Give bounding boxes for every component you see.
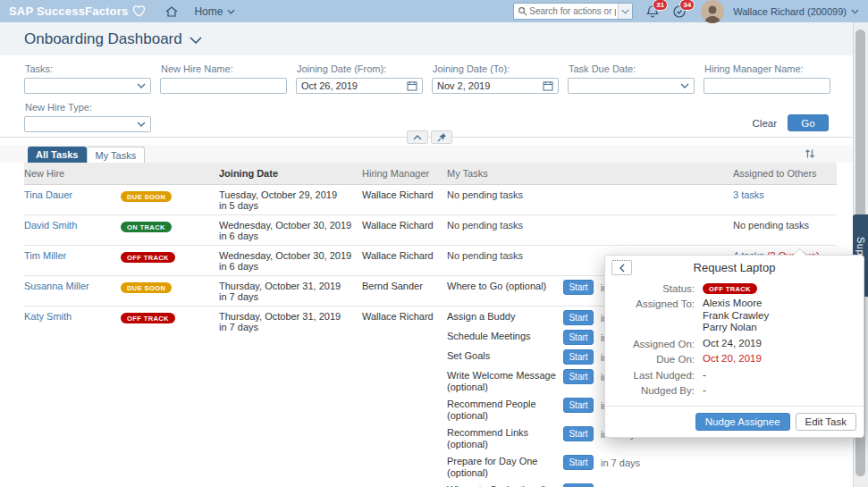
new-hire-link[interactable]: David Smith [24,220,77,231]
user-name: Wallace Richard (200099) [733,6,847,17]
new-hire-type-label: New Hire Type: [25,102,151,113]
notifications-button[interactable]: 31 [645,4,660,19]
column-header-joining-date[interactable]: Joining Date [219,168,362,179]
tab-my-tasks[interactable]: My Tasks [87,147,146,163]
my-tasks-cell: No pending tasks [447,220,733,241]
task-due: in 7 days [601,456,640,468]
onboarding-dashboard-screen: SAP SuccessFactors Home 31 34 [0,0,868,487]
nudged-by-label: Nudged By: [616,384,695,397]
search-dropdown-toggle[interactable] [618,4,632,19]
filter-panel: Tasks: New Hire Name: Joining Date (From… [24,55,829,132]
task-label: Recommend People (optional) [447,399,560,422]
table-header-row: New Hire Joining Date Hiring Manager My … [24,163,837,185]
assigned-tasks-link[interactable]: 3 tasks [733,189,764,200]
column-header-my-tasks[interactable]: My Tasks [447,168,733,179]
status-label: Status: [616,282,695,294]
start-task-button[interactable]: Start [563,280,594,295]
edit-task-button[interactable]: Edit Task [796,413,856,431]
start-task-button[interactable]: Start [563,455,594,470]
new-hire-link[interactable]: Tina Dauer [24,189,72,200]
assignee: Frank Crawley [703,310,769,323]
chevron-down-icon [680,83,689,88]
chevron-down-icon [851,9,859,14]
joining-date-cell: Wednesday, October 30, 2019in 6 days [219,220,362,241]
tab-all-tasks[interactable]: All Tasks [28,147,87,163]
start-task-button[interactable]: Start [563,369,594,384]
start-task-button[interactable]: Start [563,426,594,441]
tasks-label: Tasks: [25,63,151,74]
joining-date-cell: Tuesday, October 29, 2019in 5 days [219,189,362,211]
last-nudged-value: - [703,369,706,382]
sort-icon[interactable] [804,147,816,162]
page-title-dropdown[interactable] [190,37,202,45]
joining-to-input[interactable]: Nov 2, 2019 [432,78,559,94]
status-badge: OFF TRACK [121,252,175,263]
user-menu[interactable]: Wallace Richard (200099) [733,6,859,17]
table-row: Tina Dauer DUE SOON Tuesday, October 29,… [24,185,837,215]
calendar-icon[interactable] [407,80,417,91]
joining-to-label: Joining Date (To): [433,63,559,74]
todo-badge: 34 [679,0,695,11]
task-due-date-select[interactable] [568,78,695,94]
assigned-to-others-cell: No pending tasks [733,220,837,241]
start-task-button[interactable]: Start [563,398,594,413]
column-header-hiring-manager[interactable]: Hiring Manager [362,168,447,179]
sap-successfactors-logo[interactable]: SAP SuccessFactors [9,4,146,18]
search-box[interactable] [513,3,633,20]
person-icon [702,2,723,23]
hiring-manager-cell: Wallace Richard [362,220,447,241]
chevron-down-icon [190,37,202,45]
start-task-button[interactable]: Start [563,483,594,487]
calendar-icon[interactable] [543,80,553,91]
nudge-assignee-button[interactable]: Nudge Assignee [695,413,790,431]
start-task-button[interactable]: Start [563,330,594,345]
popover-header: Request Laptop [605,256,864,280]
column-header-new-hire[interactable]: New Hire [24,168,219,179]
joining-date-cell: Thursday, October 31, 2019in 7 days [219,281,362,302]
chevron-down-icon [137,122,146,127]
hiring-manager-input[interactable] [704,78,830,94]
top-header-bar: SAP SuccessFactors Home 31 34 [0,0,868,22]
new-hire-name-input[interactable] [160,78,287,94]
status-badge: DUE SOON [121,282,172,293]
home-icon[interactable] [165,6,178,17]
request-laptop-popover: Request Laptop Status: OFF TRACK Assigne… [604,255,864,438]
search-icon [518,6,527,16]
nudged-by-value: - [703,384,706,397]
status-badge: OFF TRACK [121,313,175,323]
page-title-bar: Onboarding Dashboard [0,22,868,55]
search-input[interactable] [527,5,618,17]
collapse-filters-button[interactable] [407,130,428,144]
avatar[interactable] [701,0,724,23]
home-menu[interactable]: Home [194,5,235,18]
assigned-to-others-cell: 3 tasks [733,189,837,211]
popover-body: Status: OFF TRACK Assigned To: Alexis Mo… [605,280,864,406]
new-hire-link[interactable]: Tim Miller [24,250,66,261]
filter-new-hire-name: New Hire Name: [160,55,287,94]
filter-hiring-manager: Hiring Manager Name: [704,55,830,94]
task-label: Where to Go (optional) [447,281,560,292]
task-label: Prepare for Day One (optional) [447,456,560,479]
pin-filters-button[interactable] [431,130,452,144]
start-task-button[interactable]: Start [563,310,594,325]
tasks-select[interactable] [24,78,151,94]
last-nudged-label: Last Nudged: [616,369,695,382]
todo-button[interactable]: 34 [672,4,687,19]
filter-joining-from: Joining Date (From): Oct 26, 2019 [296,55,423,94]
popover-back-button[interactable] [611,260,632,275]
hiring-manager-label: Hiring Manager Name: [704,63,830,74]
assigned-on-value: Oct 24, 2019 [703,338,762,350]
filter-task-due-date: Task Due Date: [568,55,695,94]
popover-title: Request Laptop [605,261,864,274]
column-header-assigned-to-others[interactable]: Assigned to Others [733,168,837,179]
start-task-button[interactable]: Start [563,349,594,365]
new-hire-link[interactable]: Susanna Miller [24,281,89,291]
task-label: Write Welcome Message (optional) [447,370,560,393]
task-label: Set Goals [447,350,560,362]
pin-icon [437,132,447,142]
chevron-up-icon [413,135,422,140]
new-hire-link[interactable]: Katy Smith [24,311,72,322]
hiring-manager-cell: Wallace Richard [362,189,447,211]
joining-from-input[interactable]: Oct 26, 2019 [296,78,423,94]
clear-button[interactable]: Clear [753,118,777,129]
